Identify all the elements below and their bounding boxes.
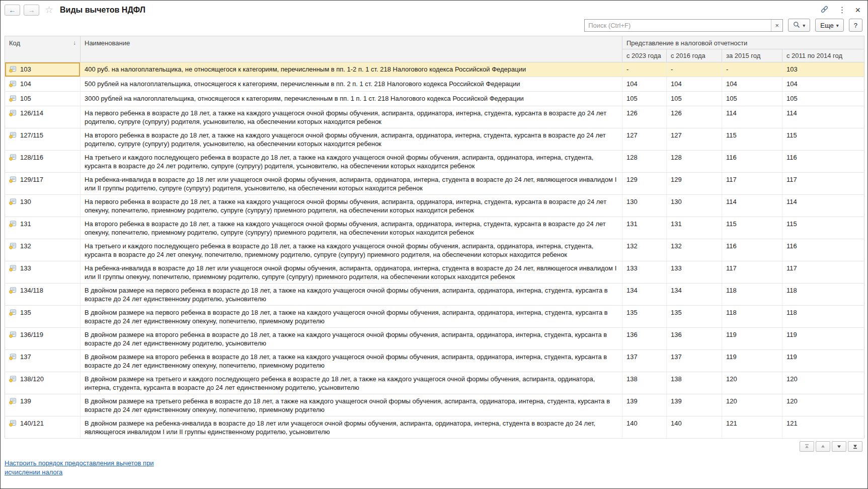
search-input[interactable] — [585, 20, 771, 31]
go-to-top-button[interactable] — [800, 441, 814, 452]
table-row[interactable]: 135 В двойном размере на первого ребенка… — [5, 306, 864, 328]
value-2011-2014-cell[interactable]: 115 — [782, 217, 864, 239]
table-row[interactable]: 130 На первого ребенка в возрасте до 18 … — [5, 195, 864, 217]
code-cell[interactable]: 136/119 — [5, 328, 81, 350]
code-cell[interactable]: 135 — [5, 306, 81, 328]
name-cell[interactable]: На второго ребенка в возрасте до 18 лет,… — [81, 217, 622, 239]
name-cell[interactable]: В двойном размере на второго ребенка в в… — [81, 350, 622, 372]
value-2023-cell[interactable]: 127 — [622, 128, 666, 151]
value-2023-cell[interactable]: 136 — [622, 328, 666, 350]
table-row[interactable]: 139 В двойном размере на третьего ребенк… — [5, 394, 864, 416]
value-2015-cell[interactable]: - — [722, 62, 782, 77]
value-2016-cell[interactable]: - — [666, 62, 722, 77]
name-cell[interactable]: На ребенка-инвалида в возрасте до 18 лет… — [81, 173, 622, 195]
go-to-bottom-button[interactable] — [848, 441, 862, 452]
kebab-menu-icon[interactable]: ⋮ — [838, 6, 846, 14]
table-row[interactable]: 133 На ребенка-инвалида в возрасте до 18… — [5, 261, 864, 284]
value-2016-cell[interactable]: 131 — [666, 217, 722, 239]
value-2011-2014-cell[interactable]: 118 — [782, 306, 864, 328]
value-2015-cell[interactable]: 117 — [722, 173, 782, 195]
get-link-icon[interactable] — [820, 5, 829, 15]
code-cell[interactable]: 140/121 — [5, 416, 81, 439]
code-cell[interactable]: 126/114 — [5, 106, 81, 128]
name-cell[interactable]: На ребенка-инвалида в возрасте до 18 лет… — [81, 261, 622, 284]
value-2016-cell[interactable]: 140 — [666, 416, 722, 439]
value-2011-2014-cell[interactable]: 118 — [782, 284, 864, 306]
code-cell[interactable]: 104 — [5, 77, 81, 92]
code-cell[interactable]: 105 — [5, 92, 81, 106]
table-row[interactable]: 131 На второго ребенка в возрасте до 18 … — [5, 217, 864, 239]
table-row[interactable]: 138/120 В двойном размере на третьего и … — [5, 372, 864, 394]
value-2011-2014-cell[interactable]: 104 — [782, 77, 864, 92]
value-2015-cell[interactable]: 118 — [722, 306, 782, 328]
forward-button[interactable]: → — [24, 5, 39, 16]
name-cell[interactable]: На второго ребенка в возрасте до 18 лет,… — [81, 128, 622, 151]
value-2016-cell[interactable]: 134 — [666, 284, 722, 306]
value-2015-cell[interactable]: 104 — [722, 77, 782, 92]
value-2016-cell[interactable]: 132 — [666, 239, 722, 261]
value-2023-cell[interactable]: 129 — [622, 173, 666, 195]
value-2016-cell[interactable]: 104 — [666, 77, 722, 92]
code-cell[interactable]: 137 — [5, 350, 81, 372]
column-header-2016[interactable]: с 2016 года — [666, 49, 722, 62]
value-2011-2014-cell[interactable]: 116 — [782, 239, 864, 261]
value-2023-cell[interactable]: 105 — [622, 92, 666, 106]
value-2011-2014-cell[interactable]: 120 — [782, 372, 864, 394]
name-cell[interactable]: На первого ребенка в возрасте до 18 лет,… — [81, 195, 622, 217]
value-2011-2014-cell[interactable]: 119 — [782, 328, 864, 350]
favorite-star-icon[interactable]: ☆ — [45, 4, 53, 16]
value-2016-cell[interactable]: 138 — [666, 372, 722, 394]
value-2016-cell[interactable]: 133 — [666, 261, 722, 284]
value-2023-cell[interactable]: 133 — [622, 261, 666, 284]
name-cell[interactable]: На третьего и каждого последующего ребен… — [81, 239, 622, 261]
value-2015-cell[interactable]: 114 — [722, 195, 782, 217]
value-2011-2014-cell[interactable]: 117 — [782, 173, 864, 195]
name-cell[interactable]: В двойном размере на первого ребенка в в… — [81, 284, 622, 306]
value-2011-2014-cell[interactable]: 114 — [782, 195, 864, 217]
table-row[interactable]: 128/116 На третьего и каждого последующе… — [5, 151, 864, 173]
value-2015-cell[interactable]: 116 — [722, 239, 782, 261]
value-2011-2014-cell[interactable]: 105 — [782, 92, 864, 106]
value-2023-cell[interactable]: 132 — [622, 239, 666, 261]
column-header-name[interactable]: Наименование — [81, 36, 622, 62]
back-button[interactable]: ← — [5, 5, 20, 16]
value-2016-cell[interactable]: 127 — [666, 128, 722, 151]
table-row[interactable]: 127/115 На второго ребенка в возрасте до… — [5, 128, 864, 151]
value-2023-cell[interactable]: 134 — [622, 284, 666, 306]
name-cell[interactable]: 3000 рублей на налогоплательщика, относя… — [81, 92, 622, 106]
page-up-button[interactable] — [816, 441, 830, 452]
table-row[interactable]: 132 На третьего и каждого последующего р… — [5, 239, 864, 261]
code-cell[interactable]: 128/116 — [5, 151, 81, 173]
value-2011-2014-cell[interactable]: 116 — [782, 151, 864, 173]
code-cell[interactable]: 127/115 — [5, 128, 81, 151]
value-2016-cell[interactable]: 136 — [666, 328, 722, 350]
value-2023-cell[interactable]: 126 — [622, 106, 666, 128]
more-button[interactable]: Еще ▾ — [815, 19, 843, 32]
code-cell[interactable]: 103 — [5, 62, 81, 77]
value-2015-cell[interactable]: 115 — [722, 217, 782, 239]
value-2023-cell[interactable]: 104 — [622, 77, 666, 92]
name-cell[interactable]: В двойном размере на ребенка-инвалида в … — [81, 416, 622, 439]
value-2011-2014-cell[interactable]: 119 — [782, 350, 864, 372]
value-2015-cell[interactable]: 117 — [722, 261, 782, 284]
code-cell[interactable]: 132 — [5, 239, 81, 261]
name-cell[interactable]: 400 руб. на налогоплательщика, не относя… — [81, 62, 622, 77]
code-cell[interactable]: 129/117 — [5, 173, 81, 195]
value-2011-2014-cell[interactable]: 117 — [782, 261, 864, 284]
table-row[interactable]: 103 400 руб. на налогоплательщика, не от… — [5, 62, 864, 77]
search-button[interactable]: ▾ — [788, 19, 810, 32]
value-2015-cell[interactable]: 118 — [722, 284, 782, 306]
value-2023-cell[interactable]: 139 — [622, 394, 666, 416]
table-row[interactable]: 129/117 На ребенка-инвалида в возрасте д… — [5, 173, 864, 195]
table-row[interactable]: 105 3000 рублей на налогоплательщика, от… — [5, 92, 864, 106]
name-cell[interactable]: В двойном размере на третьего и каждого … — [81, 372, 622, 394]
value-2015-cell[interactable]: 121 — [722, 416, 782, 439]
column-header-2023[interactable]: с 2023 года — [622, 49, 666, 62]
value-2015-cell[interactable]: 120 — [722, 372, 782, 394]
name-cell[interactable]: На первого ребенка в возрасте до 18 лет,… — [81, 106, 622, 128]
value-2015-cell[interactable]: 120 — [722, 394, 782, 416]
value-2015-cell[interactable]: 105 — [722, 92, 782, 106]
column-header-2011-2014[interactable]: с 2011 по 2014 год — [782, 49, 864, 62]
value-2016-cell[interactable]: 128 — [666, 151, 722, 173]
code-cell[interactable]: 130 — [5, 195, 81, 217]
